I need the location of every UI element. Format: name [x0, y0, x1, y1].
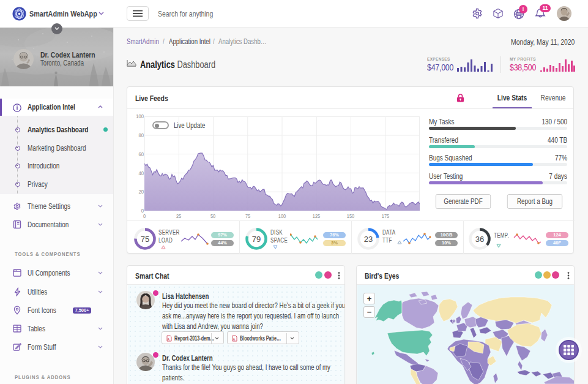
svg-text:A: A: [168, 337, 170, 341]
svg-text:36: 36: [475, 235, 484, 244]
svg-text:75: 75: [140, 235, 149, 244]
svg-text:79: 79: [252, 235, 261, 244]
svg-text:23: 23: [363, 235, 372, 244]
svg-text:A: A: [233, 337, 236, 341]
